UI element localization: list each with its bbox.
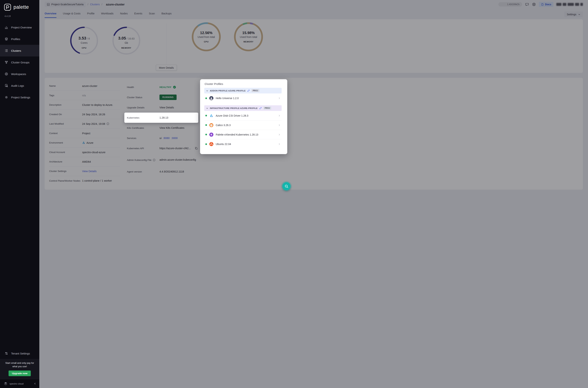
- layers-icon: [4, 37, 8, 41]
- sidebar-item-label: Cluster Groups: [11, 61, 29, 64]
- sidebar-item-cluster-groups[interactable]: Cluster Groups: [0, 56, 39, 68]
- tab-events[interactable]: Events: [134, 12, 142, 18]
- detail-row-health: Health HEALTHY: [124, 82, 199, 92]
- detail-value: 24 Sep 2024, 19:08: [82, 122, 105, 125]
- floating-search-button[interactable]: [282, 182, 291, 190]
- chevron-right-icon: [278, 133, 281, 136]
- profile-pack-calico[interactable]: Calico 3.26.3: [204, 121, 282, 130]
- cpu-gauge-text: 3.53 / 8 Cores CPU: [69, 27, 99, 57]
- memory-donut-caption: Used from total: [240, 36, 257, 38]
- detail-label: Kubernetes API: [127, 147, 159, 150]
- detail-row-context: Context Project: [49, 129, 120, 138]
- tab-scan[interactable]: Scan: [149, 12, 155, 18]
- detail-label: Agent version: [127, 170, 159, 173]
- version-label: 4.4.19: [4, 15, 39, 18]
- tab-usage-costs[interactable]: Usage & Costs: [63, 12, 81, 18]
- breadcrumb-current-cluster: azure-cluster: [106, 3, 125, 6]
- upgrade-view-details-link[interactable]: View Details: [159, 106, 198, 109]
- memory-used-value: 3.05: [118, 36, 126, 41]
- infrastructure-profile-items: Azure Disk CSI Driver 1.28.3 Calico 3.26…: [204, 111, 282, 149]
- sidebar-item-clusters[interactable]: Clusters: [0, 45, 39, 56]
- sidebar-item-label: Project Settings: [11, 96, 30, 99]
- addon-profile-items: Hello Universe 1.2.0: [204, 94, 282, 103]
- sidebar-item-audit-logs[interactable]: Audit Logs: [0, 80, 39, 92]
- detail-row-services: Services ui :8080 :3000: [124, 133, 199, 143]
- detail-label: Cluster Settings: [49, 170, 82, 172]
- list-icon: [4, 49, 8, 52]
- section-header-label: INFRASTRUCTURE PROFILE AZURE-PROFILE: [210, 107, 258, 109]
- profile-pack-azure-csi[interactable]: Azure Disk CSI Driver 1.28.3: [204, 111, 282, 121]
- infrastructure-profile-section-header[interactable]: INFRASTRUCTURE PROFILE AZURE-PROFILE PRO…: [204, 105, 282, 111]
- profile-pack-hello-universe[interactable]: Hello Universe 1.2.0: [204, 94, 282, 103]
- tab-overview[interactable]: Overview: [45, 12, 56, 18]
- ubuntu-icon: [209, 142, 214, 146]
- service-port-3000-link[interactable]: :3000: [171, 137, 178, 140]
- cpu-total-value: / 8: [87, 37, 90, 40]
- breadcrumb-separator: /: [88, 3, 88, 6]
- memory-used-percent: 15.98%: [242, 31, 255, 35]
- palette-logo: palette: [0, 0, 39, 11]
- detail-row-architecture: Architecture AMD64: [49, 157, 120, 167]
- kubeconfig-download-link[interactable]: admin.azure-cluster.kubeconfig: [159, 158, 198, 162]
- topbar: Project-ScaleSecureTutoria / Clusters / …: [45, 0, 294, 9]
- tab-backups[interactable]: Backups: [161, 12, 172, 18]
- detail-value: Project: [82, 132, 90, 135]
- tab-nodes[interactable]: Nodes: [120, 12, 128, 18]
- memory-gauge-text: 3.05 / 16.63 Gb MEMORY: [112, 27, 141, 57]
- pack-name: Hello Universe 1.2.0: [216, 97, 276, 100]
- breadcrumb-project-pill[interactable]: Project-ScaleSecureTutoria: [45, 2, 86, 7]
- memory-unit: Gb: [125, 41, 128, 44]
- cluster-tabs: Overview Usage & Costs Profile Workloads…: [45, 10, 294, 18]
- service-port-8080-link[interactable]: :8080: [163, 137, 169, 140]
- detail-label: K8s Certificates: [127, 127, 159, 129]
- sidebar-item-label: Workspaces: [11, 73, 26, 76]
- sidebar-item-workspaces[interactable]: Workspaces: [0, 68, 39, 80]
- cluster-settings-view-details-link[interactable]: View Details: [82, 170, 97, 173]
- more-details-button[interactable]: More Details: [156, 65, 177, 71]
- stats-divider: [166, 23, 166, 69]
- kubernetes-version-value: 1.28.13: [159, 116, 197, 119]
- memory-donut-label: MEMORY: [243, 41, 253, 43]
- copy-api-url-button[interactable]: [195, 147, 198, 150]
- chevron-right-icon: [278, 97, 281, 99]
- tab-workloads[interactable]: Workloads: [101, 12, 113, 18]
- breadcrumb-clusters-link[interactable]: Clusters: [90, 3, 100, 6]
- pack-name: Palette eXtended Kubernetes 1.28.13: [216, 133, 276, 136]
- profile-pack-ubuntu[interactable]: Ubuntu 22.04: [204, 139, 282, 149]
- info-icon[interactable]: [153, 159, 156, 161]
- sidebar-item-project-settings[interactable]: Project Settings: [0, 92, 39, 103]
- detail-label: Environment: [49, 141, 82, 144]
- info-icon[interactable]: [107, 122, 109, 125]
- view-k8s-certificates-link[interactable]: View K8s Certificates: [159, 126, 198, 129]
- detail-label: Architecture: [49, 160, 82, 163]
- cluster-profiles-title: Cluster Profiles: [205, 82, 287, 85]
- cpu-used-percent: 12.56%: [200, 31, 212, 35]
- memory-total-value: / 16.63: [127, 37, 135, 40]
- sidebar-item-label: Audit Logs: [11, 84, 24, 87]
- tab-profile[interactable]: Profile: [87, 12, 94, 18]
- target-icon: [4, 72, 8, 76]
- detail-row-last-modified: Last Modified 24 Sep 2024, 19:08: [49, 119, 120, 129]
- status-dot: [205, 134, 207, 135]
- detail-value: azure-cluster: [82, 85, 97, 87]
- azure-icon: [82, 141, 85, 144]
- link-icon: [247, 89, 250, 92]
- sidebar-item-project-overview[interactable]: Project Overview: [0, 22, 39, 33]
- status-dot: [205, 115, 207, 116]
- profile-pack-pxk[interactable]: Palette eXtended Kubernetes 1.28.13: [204, 130, 282, 139]
- sidebar-item-label: Project Overview: [11, 26, 32, 29]
- memory-gauge: 3.05 / 16.63 Gb MEMORY: [112, 26, 141, 56]
- detail-row-nodes: Control Plane/Worker Nodes 1 control-pla…: [49, 176, 120, 185]
- detail-row-k8s-certificates: K8s Certificates View K8s Certificates: [124, 123, 199, 133]
- detail-label: Services: [127, 137, 159, 140]
- memory-donut-text: 15.98% Used from total MEMORY: [234, 22, 263, 52]
- cpu-gauge: 3.53 / 8 Cores CPU: [69, 26, 99, 56]
- detail-row-cluster-settings: Cluster Settings View Details: [49, 167, 120, 176]
- gear-icon: [4, 96, 8, 99]
- detail-row-kubernetes-api: Kubernetes API https://azure-cluster-cf4…: [124, 143, 199, 153]
- detail-value: Azure: [87, 141, 93, 144]
- chart-pill-icon: [47, 3, 50, 6]
- sidebar-item-label: Clusters: [11, 49, 21, 52]
- addon-profile-section-header[interactable]: ADDON PROFILE AZURE-PROFILE PROJ: [204, 88, 282, 94]
- sidebar-item-profiles[interactable]: Profiles: [0, 33, 39, 45]
